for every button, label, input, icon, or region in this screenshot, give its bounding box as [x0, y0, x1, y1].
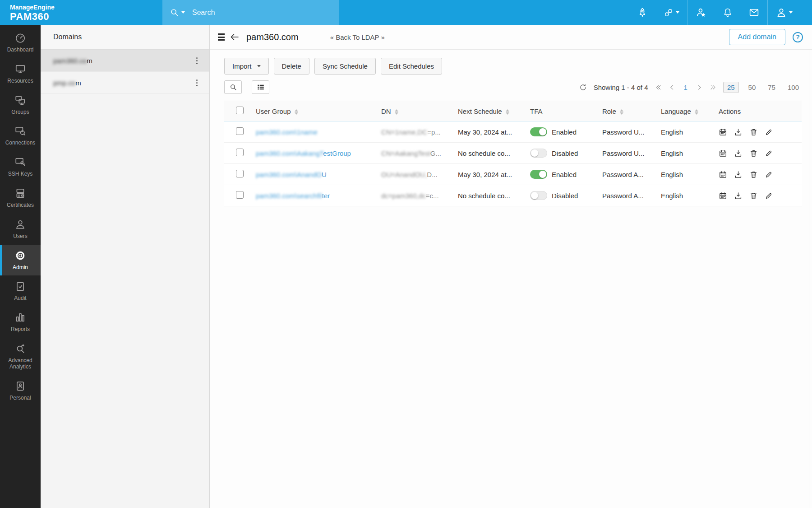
prev-page-icon[interactable]	[669, 84, 675, 91]
sidebar-item-personal[interactable]: Personal	[0, 375, 41, 406]
row-checkbox[interactable]	[236, 191, 244, 199]
user-group-link[interactable]: pam360.com\searchfilter	[256, 192, 330, 200]
pagination-showing-text: Showing 1 - 4 of 4	[594, 84, 648, 91]
sidebar-item-dashboard[interactable]: Dashboard	[0, 27, 41, 58]
col-header-language[interactable]: Language	[657, 101, 715, 121]
edit-pencil-icon[interactable]	[765, 128, 773, 136]
edit-pencil-icon[interactable]	[765, 191, 773, 200]
sidebar-item-resources[interactable]: Resources	[0, 58, 41, 89]
tfa-toggle[interactable]	[530, 127, 547, 136]
users-icon	[14, 219, 26, 230]
schedule-calendar-icon[interactable]	[719, 170, 727, 179]
sidebar-item-admin[interactable]: Admin	[0, 245, 41, 276]
delete-trash-icon[interactable]	[749, 128, 758, 136]
page-size-75[interactable]: 75	[765, 82, 778, 93]
sidebar-item-advanced-analytics[interactable]: Advanced Analytics	[0, 338, 41, 375]
refresh-icon[interactable]	[579, 84, 587, 91]
domain-kebab-menu-icon[interactable]	[194, 78, 200, 88]
tfa-toggle[interactable]	[530, 191, 547, 200]
row-checkbox[interactable]	[236, 170, 244, 177]
page-size-25[interactable]: 25	[723, 82, 739, 93]
search-input[interactable]	[192, 9, 318, 17]
table-row: pam360.com\1name CN=1name,DC=p... May 30…	[224, 121, 802, 143]
sidebar-label: Personal	[9, 395, 31, 401]
page-size-50[interactable]: 50	[746, 82, 759, 93]
domains-panel: Domains pam360.com pmp.com	[41, 25, 210, 508]
delete-trash-icon[interactable]	[749, 170, 758, 179]
last-page-icon[interactable]	[710, 84, 716, 91]
back-arrow-icon[interactable]	[229, 32, 240, 42]
sidebar-item-certificates[interactable]: Certificates	[0, 182, 41, 214]
sidebar-label: Advanced Analytics	[1, 358, 39, 370]
quick-links-icon[interactable]	[655, 7, 687, 18]
sort-icon[interactable]	[506, 109, 509, 115]
whats-new-rocket-icon[interactable]	[629, 7, 655, 18]
col-header-role[interactable]: Role	[599, 101, 657, 121]
edit-schedules-button[interactable]: Edit Schedules	[381, 58, 442, 75]
col-header-next-schedule[interactable]: Next Schedule	[454, 101, 526, 121]
delete-trash-icon[interactable]	[749, 149, 758, 158]
help-icon[interactable]: ?	[793, 32, 803, 42]
sidebar-item-groups[interactable]: Groups	[0, 89, 41, 121]
sort-icon[interactable]	[295, 109, 298, 115]
col-header-tfa: TFA	[526, 101, 599, 121]
column-chooser-button[interactable]	[252, 80, 269, 94]
import-now-download-icon[interactable]	[734, 128, 743, 136]
user-star-icon[interactable]	[687, 7, 715, 19]
tfa-toggle[interactable]	[530, 170, 547, 179]
sync-schedule-button[interactable]: Sync Schedule	[314, 58, 376, 75]
select-all-checkbox[interactable]	[236, 107, 244, 114]
sidebar-item-ssh-keys[interactable]: SSH Keys	[0, 151, 41, 182]
sidebar-label: Audit	[14, 295, 26, 302]
content-header: pam360.com « Back To LDAP » Add domain ?	[210, 25, 812, 50]
collapse-menu-icon[interactable]	[218, 33, 225, 41]
notifications-bell-icon[interactable]	[715, 7, 741, 18]
mail-icon[interactable]	[741, 7, 767, 18]
domain-item-pmp[interactable]: pmp.com	[41, 72, 209, 94]
first-page-icon[interactable]	[655, 84, 662, 91]
domain-kebab-menu-icon[interactable]	[194, 56, 200, 66]
table-toolbar: Import Delete Sync Schedule Edit Schedul…	[224, 58, 802, 75]
edit-pencil-icon[interactable]	[765, 170, 773, 179]
sort-icon[interactable]	[620, 109, 623, 115]
scrollbar-track[interactable]	[809, 50, 809, 508]
tfa-toggle[interactable]	[530, 149, 547, 158]
import-now-download-icon[interactable]	[734, 191, 743, 200]
schedule-calendar-icon[interactable]	[719, 128, 727, 136]
delete-trash-icon[interactable]	[749, 191, 758, 200]
user-group-link[interactable]: pam360.com\AakangTestGroup	[256, 149, 351, 157]
col-header-user-group[interactable]: User Group	[252, 101, 378, 121]
account-user-icon[interactable]	[768, 7, 800, 19]
user-group-link[interactable]: pam360.com\1name	[256, 128, 318, 136]
import-now-download-icon[interactable]	[734, 170, 743, 179]
search-icon[interactable]	[170, 8, 185, 18]
sidebar-item-users[interactable]: Users	[0, 214, 41, 245]
global-search-bar[interactable]	[162, 0, 339, 25]
schedule-calendar-icon[interactable]	[719, 191, 727, 200]
sidebar-item-reports[interactable]: Reports	[0, 307, 41, 338]
back-to-ldap-link[interactable]: « Back To LDAP »	[330, 33, 385, 41]
role-value: Password U...	[599, 121, 657, 143]
edit-pencil-icon[interactable]	[765, 149, 773, 158]
sidebar-item-connections[interactable]: Connections	[0, 120, 41, 151]
import-now-download-icon[interactable]	[734, 149, 743, 158]
import-button[interactable]: Import	[224, 58, 269, 75]
page-size-100[interactable]: 100	[785, 82, 802, 93]
tfa-label: Disabled	[552, 192, 578, 200]
sort-icon[interactable]	[695, 109, 698, 115]
row-checkbox[interactable]	[236, 127, 244, 135]
user-group-link[interactable]: pam360.com\AnandOU	[256, 171, 327, 178]
row-checkbox[interactable]	[236, 149, 244, 156]
delete-button[interactable]: Delete	[274, 58, 309, 75]
sidebar-item-audit[interactable]: Audit	[0, 275, 41, 307]
table-search-button[interactable]	[224, 80, 242, 94]
sidebar-label: Reports	[11, 326, 30, 333]
add-domain-button[interactable]: Add domain	[729, 29, 785, 45]
next-page-icon[interactable]	[696, 84, 703, 91]
schedule-calendar-icon[interactable]	[719, 149, 727, 158]
sort-icon[interactable]	[395, 109, 398, 115]
domain-item-pam360[interactable]: pam360.com	[41, 50, 209, 72]
col-header-dn[interactable]: DN	[378, 101, 454, 121]
current-page-number[interactable]: 1	[682, 84, 689, 91]
connections-icon	[14, 125, 26, 137]
